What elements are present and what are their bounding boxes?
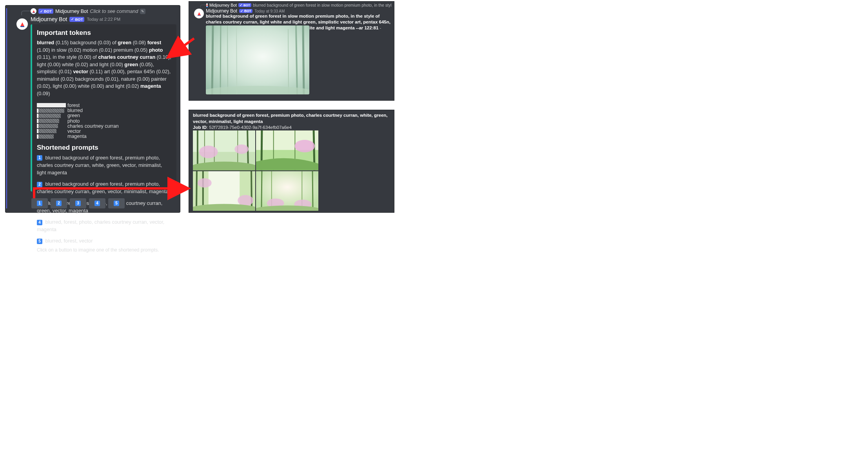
imagine-button-5[interactable]: 5 [108,198,125,208]
token-bar-row: photo [37,118,172,123]
grid-image-3[interactable] [193,171,255,211]
number-badge-icon: 4 [94,201,100,206]
svg-line-6 [303,25,304,94]
svg-line-4 [236,25,237,94]
imagine-button-4[interactable]: 4 [89,198,105,208]
message-header: Midjourney Bot BOT Today at 2:22 PM [31,16,120,22]
job-id-label: Job ID [193,125,207,130]
token-bar-label: charles courtney curran [67,123,119,129]
reply-command-text: Click to see command [90,9,138,14]
new-message-indicator [6,8,7,208]
number-badge-icon: 4 [37,220,42,225]
imagine-button-2[interactable]: 2 [51,198,67,208]
token-bar-row: forest [37,103,172,108]
reply-branch-icon [21,11,31,15]
imagine-button-3[interactable]: 3 [70,198,86,208]
shortened-prompt-item: 5 blurred, forest, vector [37,237,172,244]
timestamp: Today at 2:22 PM [87,17,120,22]
bot-avatar-icon [194,9,204,18]
prompt-text: blurred background of green forest, prem… [193,113,388,124]
token-bar-row: blurred [37,108,172,113]
reply-author: Midjourney Bot [209,3,237,7]
reply-author: Midjourney Bot [55,9,88,14]
reply-row[interactable]: Midjourney Bot BOT blurred background of… [206,3,392,7]
number-badge-icon: 3 [75,201,81,206]
number-badge-icon: 1 [37,155,42,161]
number-badge-icon: 5 [37,239,42,244]
token-bar-label: blurred [67,108,83,113]
svg-line-36 [312,171,313,211]
discord-message-panel-left: BOT Midjourney Bot Click to see command … [5,5,180,213]
author-name[interactable]: Midjourney Bot [206,8,237,14]
number-badge-icon: 5 [114,201,119,206]
message-header: Midjourney Bot BOT Today at 9:33 AM [206,8,285,14]
prompt-button-row: 12345 [31,198,125,208]
token-bar-row: charles courtney curran [37,123,172,129]
bot-tag: BOT [239,9,252,13]
token-bar-label: forest [67,103,80,108]
discord-message-panel-bottom-right: blurred background of green forest, prem… [189,110,394,213]
reply-prompt-preview: blurred background of green forest in sl… [253,3,392,7]
svg-line-35 [261,171,262,211]
number-badge-icon: 2 [56,201,62,206]
svg-point-17 [234,145,249,154]
embed-card: Important tokens blurred (0.15) backgrou… [31,24,176,192]
discord-message-panel-top-right: Midjourney Bot BOT blurred background of… [189,1,394,101]
token-bar-label: photo [67,118,80,124]
svg-point-31 [198,178,212,187]
svg-point-25 [294,140,315,152]
svg-line-7 [288,29,289,94]
embed-heading-shortened: Shortened prompts [37,144,172,152]
grid-image-2[interactable] [256,130,318,170]
reply-branch-icon [200,5,207,7]
svg-line-28 [196,171,197,211]
author-name[interactable]: Midjourney Bot [31,16,67,22]
number-badge-icon: 1 [37,201,42,206]
bot-avatar-icon [206,3,208,7]
shortened-prompt-item: 2 blurred background of green forest, pr… [37,180,172,195]
svg-line-3 [227,25,228,94]
token-weight-chart: forestblurredgreenphotocharles courtney … [37,103,172,139]
image-grid[interactable] [193,130,318,211]
token-bar-label: green [67,113,80,118]
timestamp: Today at 9:33 AM [254,9,285,13]
token-bar-row: vector [37,129,172,134]
bot-tag: BOT [38,9,53,14]
token-bar-label: vector [67,129,81,134]
svg-rect-0 [206,25,309,94]
bot-tag: BOT [69,17,84,22]
grid-image-1[interactable] [193,130,255,170]
bot-avatar-icon [31,8,36,14]
svg-point-32 [238,195,253,206]
job-id-value: 52f72819-75e0-4302-9a7f-634efb07a6e4 [209,125,292,130]
shortened-prompt-item: 1 blurred background of green forest, pr… [37,154,172,177]
bot-avatar-icon [16,18,28,30]
svg-line-2 [220,25,221,94]
hint-text: Click on a button to imagine one of the … [37,247,172,253]
token-bar-label: magenta [67,134,87,139]
svg-line-1 [212,25,213,94]
grid-image-4[interactable] [256,171,318,211]
number-badge-icon: 2 [37,182,42,187]
svg-point-16 [199,146,218,158]
token-weights-paragraph: blurred (0.15) background (0.03) of gree… [37,39,172,97]
pencil-icon[interactable]: ✎ [140,9,145,14]
token-bar-row: green [37,113,172,118]
imagine-button-1[interactable]: 1 [31,198,48,208]
shortened-prompt-item: 4 blurred, forest, photo, charles courtn… [37,218,172,233]
generated-image[interactable] [206,25,309,94]
svg-line-30 [251,171,252,211]
embed-heading-tokens: Important tokens [37,29,172,37]
reply-row[interactable]: BOT Midjourney Bot Click to see command … [31,8,145,14]
bot-tag: BOT [238,3,251,7]
token-bar-row: magenta [37,134,172,139]
